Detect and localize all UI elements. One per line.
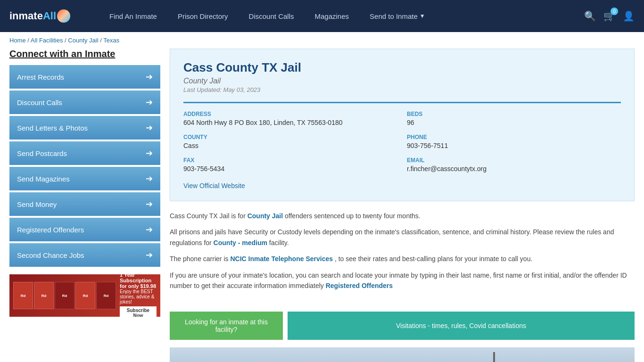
sidebar-btn-arrest-records[interactable]: Arrest Records ➔ [9, 65, 160, 89]
view-website-link[interactable]: View Official Website [183, 182, 245, 189]
send-to-inmate-label: Send to Inmate [370, 12, 418, 20]
sky-background [170, 347, 635, 362]
phone-label: PHONE [407, 134, 621, 140]
breadcrumb-all-facilities[interactable]: All Facilities [31, 37, 63, 44]
county-block: COUNTY Cass [183, 134, 397, 149]
main-layout: Connect with an Inmate Arrest Records ➔ … [0, 49, 644, 362]
address-block: ADDRESS 604 North Hwy 8 PO Box 180, Lind… [183, 111, 397, 126]
nav-send-to-inmate[interactable]: Send to Inmate ▼ [359, 0, 436, 32]
facility-image-strip [170, 347, 635, 362]
phone-block: PHONE 903-756-7511 [407, 134, 621, 149]
sidebar-btn-arrest-records-label: Arrest Records [17, 73, 64, 81]
facility-name: Cass County TX Jail [183, 60, 621, 75]
desc-para4: If you are unsure of your inmate's locat… [170, 270, 635, 291]
content-area: Cass County TX Jail County Jail Last Upd… [170, 49, 635, 362]
sidebar-btn-send-letters[interactable]: Send Letters & Photos ➔ [9, 116, 160, 140]
sidebar-btn-send-money-label: Send Money [17, 200, 57, 208]
visitation-button[interactable]: Visitations - times, rules, Covid cancel… [288, 312, 635, 340]
main-nav: Find An Inmate Prison Directory Discount… [99, 0, 584, 32]
sidebar-btn-send-postcards[interactable]: Send Postcards ➔ [9, 141, 160, 165]
facility-details: ADDRESS 604 North Hwy 8 PO Box 180, Lind… [183, 102, 621, 189]
cart-button[interactable]: 🛒 0 [603, 10, 615, 22]
email-block: EMAIL r.fincher@casscountytx.org [407, 157, 621, 173]
sidebar-btn-registered-offenders[interactable]: Registered Offenders ➔ [9, 218, 160, 241]
breadcrumb: Home / All Facilities / County Jail / Te… [0, 32, 644, 49]
sidebar-btn-send-letters-label: Send Letters & Photos [17, 124, 88, 132]
main-header: inmateAll Find An Inmate Prison Director… [0, 0, 644, 32]
nav-find-inmate[interactable]: Find An Inmate [99, 0, 167, 32]
sidebar-title: Connect with an Inmate [9, 49, 160, 59]
mag-cover-5: Rd [96, 282, 116, 309]
email-label: EMAIL [407, 157, 621, 164]
nav-discount-calls[interactable]: Discount Calls [239, 0, 305, 32]
fax-value: 903-756-5434 [183, 165, 397, 173]
facility-card: Cass County TX Jail County Jail Last Upd… [170, 49, 635, 201]
logo-all: All [43, 10, 56, 22]
description-area: Cass County TX Jail is for County Jail o… [170, 211, 635, 304]
county-value: Cass [183, 142, 397, 149]
sidebar-btn-discount-calls[interactable]: Discount Calls ➔ [9, 90, 160, 114]
nav-right-icons: 🔍 🛒 0 👤 [584, 10, 635, 22]
arrow-icon-magazines: ➔ [146, 173, 153, 184]
beds-label: BEDS [407, 111, 621, 117]
logo-icon [57, 9, 70, 23]
registered-offenders-link[interactable]: Registered Offenders [326, 282, 393, 289]
nav-magazines[interactable]: Magazines [304, 0, 359, 32]
arrow-icon-postcards: ➔ [146, 148, 153, 158]
logo-text: inmateAll [9, 10, 56, 22]
arrow-icon-discount: ➔ [146, 97, 153, 107]
logo[interactable]: inmateAll [9, 9, 85, 23]
mag-cover-3: Rd [55, 282, 74, 309]
desc-para1-suffix: offenders sentenced up to twenty four mo… [285, 212, 421, 220]
address-label: ADDRESS [183, 111, 397, 117]
desc-para1: Cass County TX Jail is for County Jail o… [170, 211, 635, 221]
county-label: COUNTY [183, 134, 397, 140]
facility-type: County Jail [183, 77, 621, 85]
subscribe-button[interactable]: Subscribe Now [120, 306, 157, 317]
mag-cover-4: Rd [75, 282, 95, 309]
breadcrumb-county-jail[interactable]: County Jail [68, 37, 98, 44]
cart-badge: 0 [611, 8, 618, 15]
desc-para2: All prisons and jails have Security or C… [170, 227, 635, 248]
ncic-link[interactable]: NCIC Inmate Telephone Services [230, 255, 333, 263]
sidebar-btn-send-money[interactable]: Send Money ➔ [9, 192, 160, 216]
county-jail-link[interactable]: County Jail [248, 212, 283, 220]
beds-block: BEDS 96 [407, 111, 621, 126]
user-icon[interactable]: 👤 [623, 10, 635, 22]
sidebar-btn-send-postcards-label: Send Postcards [17, 149, 67, 157]
desc-para1-prefix: Cass County TX Jail is for [170, 212, 248, 220]
desc-para3-prefix: The phone carrier is [170, 255, 230, 263]
ad-line2: Enjoy the BEST stories, advice & jokes! [120, 289, 157, 304]
sidebar-btn-send-magazines[interactable]: Send Magazines ➔ [9, 167, 160, 190]
arrow-icon-arrest: ➔ [146, 72, 153, 82]
send-dropdown-chevron: ▼ [420, 13, 425, 19]
ad-banner: Rd Rd Rd Rd Rd 1 Year Subscription for o… [9, 274, 160, 317]
action-buttons: Looking for an inmate at this facility? … [170, 312, 635, 340]
sidebar-btn-discount-calls-label: Discount Calls [17, 99, 62, 107]
ad-magazine-covers: Rd Rd Rd Rd Rd [13, 282, 116, 309]
flag-pole [493, 352, 495, 362]
website-block: View Official Website [183, 182, 621, 189]
arrow-icon-letters: ➔ [146, 123, 153, 133]
breadcrumb-home[interactable]: Home [9, 37, 26, 44]
ad-line1: 1 Year Subscription for only $19.98 [120, 274, 157, 289]
nav-prison-directory[interactable]: Prison Directory [167, 0, 239, 32]
sidebar: Connect with an Inmate Arrest Records ➔ … [9, 49, 160, 362]
find-inmate-button[interactable]: Looking for an inmate at this facility? [170, 312, 283, 340]
ad-banner-inner: Rd Rd Rd Rd Rd 1 Year Subscription for o… [9, 274, 160, 317]
sidebar-btn-send-magazines-label: Send Magazines [17, 175, 70, 183]
mag-cover-1: Rd [13, 282, 33, 309]
county-medium-link[interactable]: County - medium [214, 239, 267, 247]
desc-para3-suffix: , to see their rates and best-calling pl… [335, 255, 532, 263]
arrow-icon-money: ➔ [146, 199, 153, 209]
beds-value: 96 [407, 119, 621, 126]
ad-text: 1 Year Subscription for only $19.98 Enjo… [120, 274, 157, 317]
facility-updated: Last Updated: May 03, 2023 [183, 86, 621, 93]
fax-block: FAX 903-756-5434 [183, 157, 397, 173]
address-value: 604 North Hwy 8 PO Box 180, Linden, TX 7… [183, 119, 397, 126]
search-icon[interactable]: 🔍 [584, 10, 596, 22]
desc-para3: The phone carrier is NCIC Inmate Telepho… [170, 254, 635, 264]
sidebar-btn-second-chance[interactable]: Second Chance Jobs ➔ [9, 243, 160, 267]
mag-cover-2: Rd [34, 282, 54, 309]
breadcrumb-state[interactable]: Texas [103, 37, 119, 44]
